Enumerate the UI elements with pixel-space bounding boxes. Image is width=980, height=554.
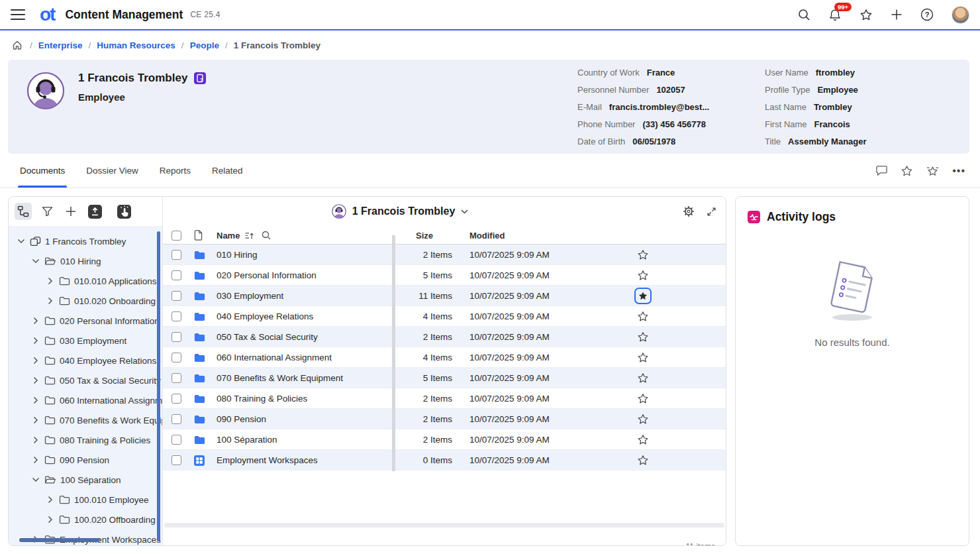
star-icon[interactable] — [634, 307, 652, 325]
row-checkbox[interactable] — [172, 250, 181, 260]
notifications-icon[interactable]: 99+ — [828, 8, 842, 22]
tree-item[interactable]: 020 Personal Information — [9, 311, 162, 331]
search-icon[interactable] — [798, 9, 810, 21]
tap-gesture-icon[interactable] — [115, 203, 132, 220]
table-row[interactable]: 010 Hiring2 Items10/07/2025 9:09 AM — [163, 245, 726, 265]
name-column-header[interactable]: Name — [217, 226, 271, 245]
add-item-icon[interactable] — [62, 203, 79, 220]
tree-view-icon[interactable] — [15, 203, 32, 220]
table-row[interactable]: 040 Employee Relations4 Items10/07/2025 … — [163, 306, 726, 327]
row-name[interactable]: 060 International Assignment — [217, 347, 332, 368]
tree-item[interactable]: 100 Séparation — [9, 470, 162, 490]
chevron-right-icon[interactable] — [31, 357, 40, 364]
table-row[interactable]: Employment Workspaces0 Items10/07/2025 9… — [163, 450, 726, 471]
chevron-right-icon[interactable] — [46, 516, 55, 524]
row-name[interactable]: 040 Employee Relations — [217, 306, 313, 327]
row-name[interactable]: 100 Séparation — [217, 429, 277, 450]
tree-item[interactable]: 010.010 Applications — [9, 271, 162, 291]
star-icon[interactable] — [634, 246, 652, 264]
sort-ascending-icon[interactable] — [244, 231, 254, 240]
star-filled-icon[interactable] — [634, 288, 652, 304]
menu-icon[interactable] — [11, 9, 25, 20]
row-checkbox[interactable] — [172, 270, 181, 280]
tree-item[interactable]: 1 Francois Trombley — [9, 231, 162, 251]
chevron-right-icon[interactable] — [31, 416, 40, 424]
star-icon[interactable] — [634, 349, 652, 366]
row-name[interactable]: 030 Employment — [217, 286, 283, 306]
chevron-right-icon[interactable] — [31, 317, 40, 325]
chevron-right-icon[interactable] — [31, 396, 40, 404]
row-checkbox[interactable] — [172, 455, 181, 465]
chevron-right-icon[interactable] — [31, 337, 40, 345]
tree-horizontal-scrollbar[interactable] — [19, 538, 100, 542]
row-checkbox[interactable] — [172, 332, 181, 342]
tree-item[interactable]: 080 Training & Policies — [9, 430, 162, 450]
tab-reports[interactable]: Reports — [160, 154, 191, 188]
column-resize-handle[interactable] — [392, 235, 395, 471]
star-icon[interactable] — [634, 266, 652, 284]
star-icon[interactable] — [634, 431, 652, 449]
tree-item[interactable]: 090 Pension — [9, 450, 162, 470]
tab-related[interactable]: Related — [212, 154, 243, 188]
chevron-down-icon[interactable] — [31, 258, 40, 264]
tree-item[interactable]: 070 Benefits & Work Equipment — [9, 410, 162, 430]
chevron-right-icon[interactable] — [46, 277, 55, 285]
table-row[interactable]: 070 Benefits & Work Equipment5 Items10/0… — [163, 368, 726, 388]
user-avatar[interactable] — [952, 6, 969, 24]
star-list-icon[interactable] — [926, 165, 940, 177]
size-column-header[interactable]: Size — [416, 226, 433, 245]
column-search-icon[interactable] — [262, 231, 271, 240]
star-icon[interactable] — [634, 410, 652, 428]
tree-item[interactable]: 050 Tax & Social Security — [9, 370, 162, 390]
comment-icon[interactable] — [875, 165, 888, 176]
filter-icon[interactable] — [38, 203, 56, 220]
select-all-checkbox[interactable] — [172, 231, 181, 241]
table-row[interactable]: 080 Training & Policies2 Items10/07/2025… — [163, 388, 726, 409]
list-horizontal-scrollbar[interactable] — [164, 523, 724, 527]
chevron-down-icon[interactable] — [461, 209, 468, 214]
tree-item[interactable]: 030 Employment — [9, 331, 162, 351]
chevron-right-icon[interactable] — [46, 496, 55, 504]
row-name[interactable]: 050 Tax & Social Security — [217, 327, 318, 347]
table-row[interactable]: 050 Tax & Social Security2 Items10/07/20… — [163, 327, 726, 347]
table-row[interactable]: 100 Séparation2 Items10/07/2025 9:09 AM — [163, 429, 726, 450]
help-icon[interactable]: ? — [920, 8, 934, 21]
row-name[interactable]: 010 Hiring — [217, 245, 258, 265]
upload-icon[interactable] — [86, 203, 103, 220]
opentext-logo[interactable]: ot — [40, 5, 54, 24]
table-row[interactable]: 020 Personal Information5 Items10/07/202… — [163, 265, 726, 286]
tree-item[interactable]: Employment Workspaces — [9, 529, 162, 545]
table-row[interactable]: 030 Employment11 Items10/07/2025 9:09 AM — [163, 286, 726, 306]
tree-item[interactable]: 010 Hiring — [9, 251, 162, 271]
list-title[interactable]: 1 Francois Trombley — [352, 205, 456, 217]
settings-icon[interactable] — [683, 205, 695, 217]
row-checkbox[interactable] — [172, 435, 181, 445]
tab-documents[interactable]: Documents — [20, 154, 65, 188]
row-name[interactable]: 080 Training & Policies — [217, 388, 307, 409]
row-checkbox[interactable] — [172, 394, 181, 404]
star-icon[interactable] — [634, 369, 652, 387]
chevron-down-icon[interactable] — [17, 239, 26, 244]
chevron-down-icon[interactable] — [31, 477, 40, 482]
tree-item[interactable]: 100.010 Employee — [9, 490, 162, 510]
chevron-right-icon[interactable] — [31, 436, 40, 444]
row-checkbox[interactable] — [172, 373, 181, 383]
breadcrumb-link[interactable]: Enterprise — [38, 40, 83, 50]
row-name[interactable]: 090 Pension — [217, 409, 266, 429]
tree-vertical-scrollbar[interactable] — [157, 231, 160, 541]
table-row[interactable]: 060 International Assignment4 Items10/07… — [163, 347, 726, 368]
tree-item[interactable]: 040 Employee Relations — [9, 351, 162, 370]
modified-column-header[interactable]: Modified — [469, 226, 505, 245]
breadcrumb-link[interactable]: People — [190, 40, 219, 50]
row-checkbox[interactable] — [172, 311, 181, 321]
star-icon[interactable] — [634, 451, 652, 469]
expand-icon[interactable] — [707, 207, 716, 217]
row-name[interactable]: 020 Personal Information — [217, 265, 317, 286]
favorites-icon[interactable] — [859, 9, 873, 21]
star-icon[interactable] — [901, 165, 913, 177]
row-checkbox[interactable] — [172, 353, 181, 362]
add-icon[interactable] — [891, 9, 903, 21]
tree-item[interactable]: 060 International Assignment — [9, 390, 162, 410]
chevron-right-icon[interactable] — [31, 456, 40, 464]
breadcrumb-link[interactable]: Human Resources — [97, 40, 175, 50]
